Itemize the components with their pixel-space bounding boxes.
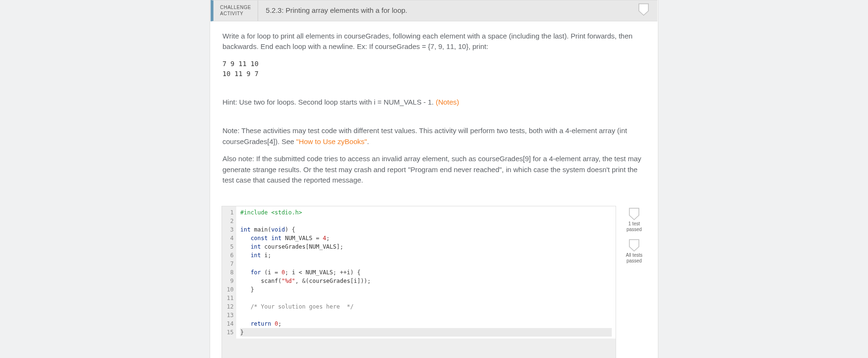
line-gutter: 123456789101112131415 bbox=[222, 206, 236, 339]
howto-link[interactable]: "How to Use zyBooks" bbox=[296, 137, 367, 145]
shield-icon bbox=[629, 239, 639, 252]
test-badge-1: 1 testpassed bbox=[622, 208, 646, 232]
hint-text: Hint: Use two for loops. Second loop sta… bbox=[222, 97, 646, 108]
note1: Note: These activities may test code wit… bbox=[222, 126, 646, 147]
challenge-label-line2: ACTIVITY bbox=[220, 10, 251, 17]
challenge-label: CHALLENGE ACTIVITY bbox=[213, 0, 258, 21]
note2: Also note: If the submitted code tries t… bbox=[222, 154, 646, 186]
code-area: 123456789101112131415 #include <stdio.h>… bbox=[222, 206, 646, 358]
test-status: 1 testpassed All testspassed bbox=[622, 206, 646, 358]
editor-empty-area[interactable] bbox=[222, 339, 616, 358]
test-badge-2-label: All testspassed bbox=[622, 252, 646, 264]
challenge-title: 5.2.3: Printing array elements with a fo… bbox=[258, 0, 415, 21]
code-body[interactable]: #include <stdio.h>int main(void) { const… bbox=[236, 206, 616, 339]
instructions: Write a for loop to print all elements i… bbox=[210, 21, 658, 202]
activity-page: CHALLENGE ACTIVITY 5.2.3: Printing array… bbox=[210, 0, 658, 358]
sample-output: 7 9 11 10 10 11 9 7 bbox=[222, 59, 646, 79]
challenge-label-line1: CHALLENGE bbox=[220, 4, 251, 10]
shield-icon bbox=[629, 208, 639, 220]
progress-shield-icon bbox=[638, 3, 649, 19]
challenge-header: CHALLENGE ACTIVITY 5.2.3: Printing array… bbox=[211, 0, 657, 21]
intro-text: Write a for loop to print all elements i… bbox=[222, 31, 646, 52]
test-badge-1-label: 1 testpassed bbox=[622, 221, 646, 232]
notes-link[interactable]: (Notes) bbox=[436, 98, 459, 106]
code-editor[interactable]: 123456789101112131415 #include <stdio.h>… bbox=[222, 206, 616, 358]
test-badge-2: All testspassed bbox=[622, 239, 646, 264]
